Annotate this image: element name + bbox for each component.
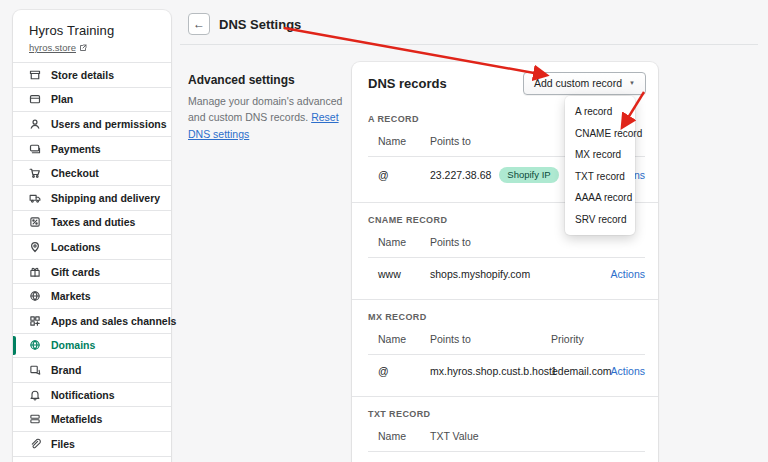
- payments-card-icon: [29, 143, 41, 155]
- actions-cell: Actions: [601, 365, 645, 377]
- section-label: MX RECORD: [352, 306, 658, 331]
- sidebar-item-label: Domains: [51, 339, 95, 351]
- table-row: www shops.myshopify.com Actions: [352, 258, 658, 289]
- sidebar-item-plan[interactable]: Plan: [13, 87, 171, 112]
- sidebar-item-label: Store details: [51, 69, 114, 81]
- sidebar-item-store-details[interactable]: Store details: [13, 62, 171, 87]
- record-priority: 1: [551, 365, 601, 377]
- divider: [180, 44, 758, 45]
- sidebar-item-label: Checkout: [51, 167, 99, 179]
- mx-record-section: MX RECORD Name Points to Priority @ mx.h…: [352, 299, 658, 396]
- menu-item-txt-record[interactable]: TXT record: [565, 166, 635, 188]
- add-record-dropdown-menu: A record CNAME record MX record TXT reco…: [565, 96, 635, 235]
- sidebar-item-files[interactable]: Files: [13, 431, 171, 456]
- column-header-name: Name: [378, 333, 430, 345]
- sidebar-item-payments[interactable]: Payments: [13, 136, 171, 161]
- section-label: TXT RECORD: [352, 403, 658, 428]
- cart-icon: [29, 167, 41, 179]
- advanced-settings-title: Advanced settings: [188, 73, 295, 87]
- domain-globe-icon: [29, 339, 41, 351]
- table-row: _provider shopify Actions: [352, 452, 658, 462]
- sidebar-item-label: Locations: [51, 241, 101, 253]
- column-header-priority: Priority: [551, 333, 601, 345]
- apps-grid-icon: [29, 315, 41, 327]
- menu-item-srv-record[interactable]: SRV record: [565, 209, 635, 231]
- actions-link[interactable]: Actions: [611, 268, 645, 280]
- dns-records-title: DNS records: [368, 76, 447, 91]
- add-custom-record-button[interactable]: Add custom record ▼: [523, 72, 646, 95]
- table-header: Name Points to Priority: [352, 331, 658, 354]
- page-title: DNS Settings: [219, 17, 301, 32]
- add-custom-record-label: Add custom record: [534, 77, 622, 89]
- sidebar-item-label: Notifications: [51, 389, 115, 401]
- sidebar-item-gift-cards[interactable]: Gift cards: [13, 259, 171, 284]
- paperclip-icon: [29, 438, 41, 450]
- sidebar-item-label: Gift cards: [51, 266, 100, 278]
- store-url-row: hyros.store: [29, 42, 155, 53]
- map-pin-icon: [29, 241, 41, 253]
- sidebar-item-label: Markets: [51, 290, 91, 302]
- record-name: www: [378, 268, 430, 280]
- sidebar-item-apps-and-sales-channels[interactable]: Apps and sales channels: [13, 308, 171, 333]
- menu-item-mx-record[interactable]: MX record: [565, 144, 635, 166]
- sidebar-item-metafields[interactable]: Metafields: [13, 406, 171, 431]
- sidebar-item-locations[interactable]: Locations: [13, 234, 171, 259]
- bell-icon: [29, 389, 41, 401]
- chevron-down-icon: ▼: [629, 80, 635, 86]
- sidebar-item-label: Plan: [51, 93, 73, 105]
- divider: [13, 456, 171, 457]
- sidebar-item-label: Apps and sales channels: [51, 315, 176, 327]
- record-value: shops.myshopify.com: [430, 268, 530, 280]
- back-button[interactable]: ←: [188, 13, 210, 35]
- sidebar-item-label: Files: [51, 438, 75, 450]
- txt-record-section: TXT RECORD Name TXT Value _provider shop…: [352, 396, 658, 462]
- truck-icon: [29, 192, 41, 204]
- table-header: Name Points to: [352, 234, 658, 257]
- column-header-name: Name: [378, 430, 430, 442]
- record-name: @: [378, 169, 430, 181]
- record-points-to: shops.myshopify.com: [430, 268, 601, 280]
- store-name: Hyros Training: [29, 23, 155, 38]
- brand-icon: [29, 364, 41, 376]
- sidebar-item-taxes-and-duties[interactable]: Taxes and duties: [13, 210, 171, 235]
- table-header: Name TXT Value: [352, 428, 658, 451]
- gift-icon: [29, 266, 41, 278]
- sidebar-item-label: Users and permissions: [51, 118, 167, 130]
- advanced-settings-description: Manage your domain's advanced and custom…: [188, 93, 350, 142]
- user-icon: [29, 118, 41, 130]
- sidebar-item-shipping-and-delivery[interactable]: Shipping and delivery: [13, 185, 171, 210]
- table-row: @ mx.hyros.shop.cust.b.hostedemail.com 1…: [352, 355, 658, 386]
- metafields-icon: [29, 413, 41, 425]
- sidebar-item-label: Payments: [51, 143, 101, 155]
- store-url-link[interactable]: hyros.store: [29, 42, 76, 53]
- column-header-points-to: Points to: [430, 333, 551, 345]
- sidebar-item-markets[interactable]: Markets: [13, 283, 171, 308]
- column-header-name: Name: [378, 135, 430, 147]
- sidebar-item-brand[interactable]: Brand: [13, 357, 171, 382]
- storefront-icon: [29, 69, 41, 81]
- store-header: Hyros Training hyros.store: [13, 10, 171, 62]
- sidebar-item-notifications[interactable]: Notifications: [13, 382, 171, 407]
- sidebar-item-domains[interactable]: Domains: [13, 333, 171, 358]
- column-header-name: Name: [378, 236, 430, 248]
- sidebar-item-label: Metafields: [51, 413, 102, 425]
- menu-item-aaaa-record[interactable]: AAAA record: [565, 187, 635, 209]
- settings-sidebar: Hyros Training hyros.store Store details…: [13, 10, 171, 462]
- column-header-txt-value: TXT Value: [430, 430, 601, 442]
- record-name: @: [378, 365, 430, 377]
- sidebar-item-users-and-permissions[interactable]: Users and permissions: [13, 111, 171, 136]
- sidebar-item-checkout[interactable]: Checkout: [13, 160, 171, 185]
- globe-icon: [29, 290, 41, 302]
- column-header-points-to: Points to: [430, 236, 601, 248]
- menu-item-a-record[interactable]: A record: [565, 101, 635, 123]
- plan-card-icon: [29, 93, 41, 105]
- shopify-domain-settings-screen: Hyros Training hyros.store Store details…: [0, 0, 768, 462]
- shopify-ip-badge: Shopify IP: [499, 167, 558, 183]
- actions-link[interactable]: Actions: [611, 365, 645, 377]
- sidebar-item-label: Shipping and delivery: [51, 192, 160, 204]
- sidebar-item-label: Taxes and duties: [51, 216, 135, 228]
- menu-item-cname-record[interactable]: CNAME record: [565, 123, 635, 145]
- sidebar-item-label: Brand: [51, 364, 81, 376]
- record-value: 23.227.38.68: [430, 169, 491, 181]
- actions-cell: Actions: [601, 268, 645, 280]
